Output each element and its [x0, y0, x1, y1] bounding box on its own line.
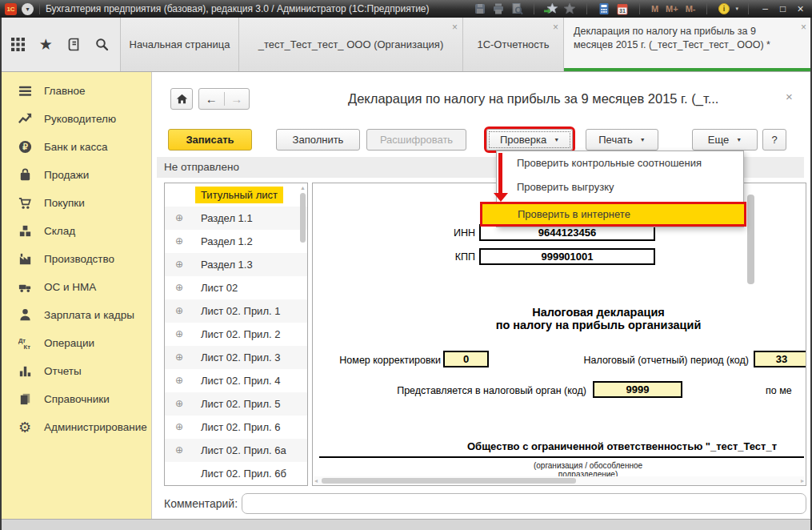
sidebar-item-salary-hr[interactable]: Зарплата и кадры — [0, 301, 151, 329]
favorites-star-icon[interactable]: ★ — [35, 34, 56, 55]
section-row[interactable]: ⊕ Лист 02. Прил. 5 — [165, 392, 307, 416]
section-row[interactable]: ⊕ Раздел 1.1 — [165, 207, 307, 230]
sidebar-item-administration[interactable]: ⚙ Администрирование — [0, 413, 151, 441]
section-row[interactable]: ⊕ Лист 02. Прил. 2 — [165, 323, 307, 346]
print-button[interactable]: Печать ▼ — [586, 129, 658, 151]
more-button[interactable]: Еще ▼ — [692, 129, 758, 151]
minimize-button[interactable]: – — [758, 3, 772, 14]
menu-item-check-upload[interactable]: Проверить выгрузку — [497, 175, 743, 199]
info-caret-icon[interactable]: ▾ — [735, 6, 738, 12]
expand-icon[interactable]: ⊕ — [175, 369, 183, 392]
maximize-button[interactable]: □ — [776, 3, 790, 14]
kpp-field[interactable]: 999901001 — [479, 248, 655, 265]
section-row[interactable]: ⊕ Лист 02. Прил. 4 — [165, 369, 307, 392]
form-hscrollbar-thumb[interactable] — [322, 478, 576, 484]
info-icon[interactable]: i — [717, 2, 731, 15]
tab-home[interactable]: Начальная страница — [121, 18, 239, 71]
sidebar-item-sales[interactable]: Продажи — [0, 161, 151, 189]
menu-item-check-online[interactable]: Проверить в интернете — [480, 202, 746, 227]
expand-icon[interactable]: ⊕ — [175, 276, 183, 299]
calendar-icon[interactable]: 31 — [615, 2, 630, 15]
scroll-left-icon[interactable]: ◂ — [314, 477, 318, 484]
expand-icon[interactable]: ⊕ — [175, 346, 183, 369]
dropdown-caret-icon: ▼ — [554, 137, 559, 143]
sidebar-item-manager[interactable]: Руководителю — [0, 105, 151, 133]
period-field[interactable]: 33 — [754, 351, 806, 367]
section-row[interactable]: ⊕ Лист 02. Прил. 6 — [165, 416, 307, 439]
expand-icon[interactable]: ⊕ — [175, 439, 183, 462]
sidebar-item-production[interactable]: Производство — [0, 245, 151, 273]
section-label: Раздел 1.1 — [195, 210, 258, 227]
sidebar-item-fixed-assets[interactable]: ОС и НМА — [0, 273, 151, 301]
close-button[interactable]: × — [794, 2, 807, 15]
expand-icon[interactable]: ⊕ — [175, 299, 183, 323]
tab-1c-reporting[interactable]: 1С-Отчетность × — [463, 18, 564, 71]
back-button[interactable]: ← — [199, 92, 224, 106]
form-hscrollbar[interactable]: ◂ ▸ — [314, 476, 804, 485]
app-window: 1С ▾ Бухгалтерия предприятия (базовая), … — [0, 0, 812, 530]
tab-close-icon[interactable]: × — [452, 23, 458, 31]
window-title: Бухгалтерия предприятия (базовая), редак… — [46, 3, 430, 14]
tab-declaration-active[interactable]: Декларация по налогу на прибыль за 9 мес… — [564, 18, 812, 71]
sidebar-item-main[interactable]: Главное — [0, 77, 151, 105]
tab-close-icon[interactable]: × — [801, 23, 806, 31]
sidebar-item-purchases[interactable]: Покупки — [0, 189, 151, 217]
section-row[interactable]: ⊕ Лист 02. Прил. 6а — [165, 439, 307, 462]
sidebar-item-operations[interactable]: ДтКт Операции — [0, 329, 151, 357]
sidebar-item-label: Администрирование — [44, 421, 147, 433]
document-close-icon[interactable]: × — [786, 90, 793, 103]
section-label: Титульный лист — [195, 187, 283, 203]
calculator-icon[interactable] — [597, 2, 611, 15]
authority-field[interactable]: 9999 — [593, 381, 682, 398]
memory-button[interactable]: M — [650, 4, 660, 14]
section-row[interactable]: ⊕ Титульный лист — [165, 183, 307, 207]
help-button[interactable]: ? — [762, 129, 786, 151]
scroll-up-icon[interactable]: ▲ — [300, 185, 306, 191]
scroll-right-icon[interactable]: ▸ — [801, 477, 804, 484]
forward-button[interactable]: → — [224, 92, 250, 106]
home-button[interactable] — [170, 88, 193, 110]
fill-button[interactable]: Заполнить — [276, 129, 360, 151]
expand-icon[interactable]: ⊕ — [175, 392, 183, 416]
save-icon[interactable] — [473, 2, 487, 15]
print-preview-icon[interactable] — [510, 2, 524, 15]
tab-organization[interactable]: _тест_Тест_тест_ ООО (Организация) × — [239, 18, 463, 71]
section-row[interactable]: ⊕ Лист 02. Прил. 6б — [165, 462, 307, 485]
sections-menu-icon[interactable] — [7, 34, 28, 55]
sidebar-item-warehouse[interactable]: Склад — [0, 217, 151, 245]
check-button[interactable]: Проверка ▼ — [486, 129, 573, 151]
print-icon[interactable] — [491, 2, 506, 15]
expand-icon[interactable]: ⊕ — [175, 323, 183, 346]
section-row[interactable]: ⊕ Раздел 1.2 — [165, 230, 307, 253]
expand-icon[interactable]: ⊕ — [175, 230, 183, 253]
explain-button[interactable]: Расшифровать — [366, 129, 466, 151]
form-vscrollbar-thumb[interactable] — [747, 195, 754, 284]
sidebar-item-reports[interactable]: Отчеты — [0, 357, 151, 385]
history-icon[interactable] — [64, 34, 85, 55]
favorites-icon[interactable] — [562, 2, 577, 15]
tab-close-icon[interactable]: × — [553, 23, 558, 31]
comment-input[interactable] — [242, 493, 806, 514]
sidebar-item-bank-cash[interactable]: ₽ Банк и касса — [0, 133, 151, 161]
section-row[interactable]: ⊕ Лист 02 — [165, 276, 307, 299]
correction-field[interactable]: 0 — [443, 351, 489, 367]
section-row[interactable]: ⊕ Лист 02. Прил. 1 — [165, 299, 307, 323]
memory-plus-button[interactable]: M+ — [664, 4, 680, 14]
expand-icon[interactable]: ⊕ — [175, 207, 183, 230]
search-icon[interactable] — [92, 34, 113, 55]
list-scrollbar-thumb[interactable] — [300, 193, 306, 243]
expand-icon[interactable]: ⊕ — [175, 253, 183, 276]
menu-item-check-ratios[interactable]: Проверить контрольные соотношения — [497, 151, 743, 175]
add-favorite-icon[interactable] — [544, 2, 558, 15]
annotation-arrow-line — [498, 153, 502, 194]
ruble-icon: ₽ — [16, 139, 34, 155]
sidebar-item-directories[interactable]: Справочники — [0, 385, 151, 413]
form-title-line1: Налоговая декларация — [438, 306, 758, 319]
svg-text:₽: ₽ — [22, 143, 28, 151]
expand-icon[interactable]: ⊕ — [175, 416, 183, 439]
save-button[interactable]: Записать — [168, 129, 252, 151]
memory-minus-button[interactable]: M- — [684, 4, 698, 14]
section-row[interactable]: ⊕ Лист 02. Прил. 3 — [165, 346, 307, 369]
section-row[interactable]: ⊕ Раздел 1.3 — [165, 253, 307, 276]
system-menu-icon[interactable]: ▾ — [22, 3, 34, 15]
